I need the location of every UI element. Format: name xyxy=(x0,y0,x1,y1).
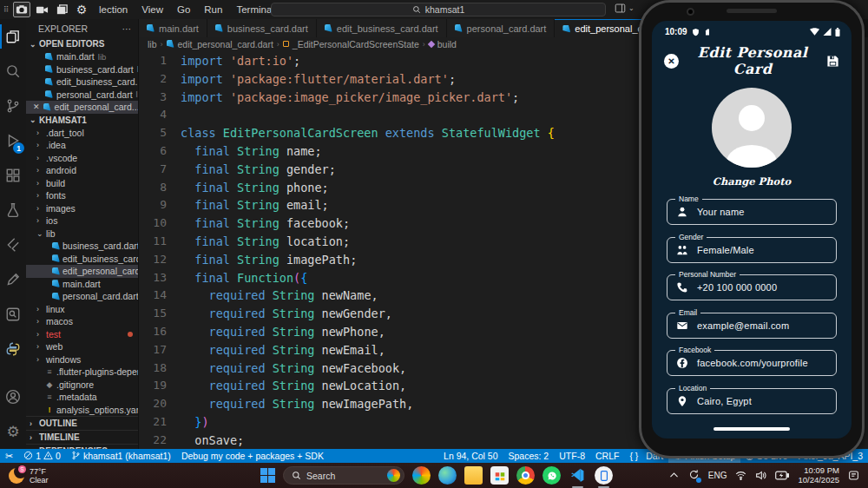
camera-icon[interactable] xyxy=(13,2,30,17)
gesture-bar[interactable] xyxy=(713,427,790,431)
flutter-icon[interactable] xyxy=(0,228,26,262)
breadcrumb-item[interactable]: build xyxy=(437,39,457,49)
run-debug-icon[interactable]: 1 xyxy=(0,123,26,158)
tray-chevron-icon[interactable] xyxy=(668,470,680,481)
tree-item-edit_business_card.dart[interactable]: edit_business_card.dart xyxy=(26,253,138,266)
field-facebook[interactable]: Facebookfacebook.com/yourprofile xyxy=(667,350,837,376)
window-icon[interactable] xyxy=(53,2,70,17)
tree-item-macos[interactable]: ›macos xyxy=(26,315,138,328)
field-gender[interactable]: GenderFemale/Male xyxy=(667,237,837,263)
menu-item-lection[interactable]: lection xyxy=(99,4,128,15)
explorer-icon[interactable] xyxy=(0,19,26,54)
task-indicator[interactable]: Debug my code + packages + SDK xyxy=(176,449,329,463)
python-icon[interactable] xyxy=(0,332,26,366)
tree-item-.gitignore[interactable]: ◆.gitignore xyxy=(26,379,138,392)
tree-item-analysis_options.yaml[interactable]: !analysis_options.yaml xyxy=(26,404,138,417)
tree-item-web[interactable]: ›web xyxy=(26,340,138,353)
tree-item-.vscode[interactable]: ›.vscode xyxy=(26,152,138,165)
gear-icon[interactable]: ⚙ xyxy=(73,2,90,17)
testing-icon[interactable] xyxy=(0,193,26,228)
tree-item-linux[interactable]: ›linux xyxy=(26,303,138,316)
open-editors-header[interactable]: ⌄OPEN EDITORS xyxy=(26,37,138,50)
vscode-icon[interactable] xyxy=(569,466,587,485)
phone-screen[interactable]: 10:09 ✕ Edit Personal Card Change Photo … xyxy=(652,21,852,439)
open-editor-edit_personal_card....[interactable]: ✕edit_personal_card.... xyxy=(26,101,138,114)
field-personal-number[interactable]: Personal Number+20 100 000 0000 xyxy=(667,274,837,300)
tree-item-images[interactable]: ›images xyxy=(26,202,138,215)
open-editor-main.dart[interactable]: main.dartlib xyxy=(26,50,138,63)
menu-item-run[interactable]: Run xyxy=(204,4,222,15)
tree-item-lib[interactable]: ⌄lib xyxy=(26,228,138,241)
more-actions-icon[interactable]: ··· xyxy=(122,23,132,34)
start-button[interactable] xyxy=(260,468,275,483)
volume-icon[interactable] xyxy=(755,470,766,481)
clock[interactable]: 10:09 PM 10/24/2025 xyxy=(798,466,839,485)
tree-item-.metadata[interactable]: ≡.metadata xyxy=(26,391,138,404)
source-control-icon[interactable] xyxy=(0,89,26,123)
tree-item-windows[interactable]: ›windows xyxy=(26,353,138,366)
project-header[interactable]: ⌄KHAMSAT1 xyxy=(26,114,138,127)
extensions-icon[interactable] xyxy=(0,158,26,193)
open-editor-business_card.dart[interactable]: business_card.dartlib xyxy=(26,63,138,76)
menu-item-view[interactable]: View xyxy=(141,4,163,15)
breadcrumb-item[interactable]: edit_personal_card.dart xyxy=(178,39,273,49)
field-email[interactable]: Emailexample@email.com xyxy=(667,313,837,339)
weather-widget[interactable]: S 77°F Clear xyxy=(0,467,49,485)
field-location[interactable]: LocationCairo, Egypt xyxy=(667,388,837,414)
tab-personal_card.dart[interactable]: personal_card.dart xyxy=(447,19,556,37)
field-name[interactable]: NameYour name xyxy=(667,199,837,225)
menu-item-terminal[interactable]: Terminal xyxy=(236,4,273,15)
video-icon[interactable] xyxy=(33,2,50,17)
tab-business_card.dart[interactable]: business_card.dart xyxy=(207,19,317,37)
tab-edit_business_card.dart[interactable]: edit_business_card.dart xyxy=(317,19,447,37)
section-timeline[interactable]: ›TIMELINE xyxy=(26,430,138,444)
tree-item-fonts[interactable]: ›fonts xyxy=(26,189,138,202)
onedrive-sync-icon[interactable] xyxy=(688,469,700,482)
edge-icon[interactable] xyxy=(438,466,457,485)
open-editor-edit_business_card....[interactable]: edit_business_card.... xyxy=(26,76,138,89)
emulator-icon[interactable] xyxy=(595,466,613,485)
indentation[interactable]: Spaces: 2 xyxy=(503,449,555,463)
open-editor-personal_card.dart[interactable]: personal_card.dartlib xyxy=(26,89,138,102)
tree-item-build[interactable]: ›build xyxy=(26,177,138,190)
branch-indicator[interactable]: khamsat1 (khamsat1) xyxy=(66,449,176,463)
battery-charging-icon[interactable] xyxy=(775,470,789,481)
store-icon[interactable] xyxy=(490,466,509,485)
settings-gear-icon[interactable]: ⚙ xyxy=(0,414,26,449)
avatar[interactable] xyxy=(712,88,792,168)
close-editor-icon[interactable]: ✕ xyxy=(33,102,40,111)
pen-tool-icon[interactable] xyxy=(0,262,26,297)
layout-icon[interactable] xyxy=(615,3,626,14)
search-sidebar-icon[interactable] xyxy=(0,54,26,89)
chrome-icon[interactable] xyxy=(516,466,535,485)
tree-item-ios[interactable]: ›ios xyxy=(26,214,138,228)
breadcrumb-item[interactable]: lib xyxy=(148,39,157,49)
tree-item-main.dart[interactable]: main.dart xyxy=(26,278,138,291)
close-icon[interactable]: ✕ xyxy=(664,54,679,69)
remote-icon[interactable]: ✂ xyxy=(0,449,18,463)
save-icon[interactable] xyxy=(826,55,839,68)
change-photo-button[interactable]: Change Photo xyxy=(652,175,852,188)
language-indicator[interactable]: ENG xyxy=(708,471,727,480)
tree-item-android[interactable]: ›android xyxy=(26,164,138,177)
chevron-down-icon[interactable]: ⌄ xyxy=(628,4,635,12)
tree-item-.dart_tool[interactable]: ›.dart_tool xyxy=(26,127,138,140)
encoding[interactable]: UTF-8 xyxy=(554,449,590,463)
breadcrumb-item[interactable]: _EditPersonalCardScreenState xyxy=(293,39,419,49)
tree-item-.flutter-plugins-depende...[interactable]: ≡.flutter-plugins-depende... xyxy=(26,366,138,379)
copilot-app-icon[interactable] xyxy=(412,466,431,485)
taskbar-search[interactable]: Search xyxy=(283,466,404,485)
command-search[interactable]: khamsat1 xyxy=(271,3,606,16)
problems-indicator[interactable]: 1 0 xyxy=(18,449,66,463)
tree-item-.idea[interactable]: ›.idea xyxy=(26,139,138,152)
drag-handle-icon[interactable]: ⠿ xyxy=(3,5,10,14)
tree-item-personal_card.dart[interactable]: personal_card.dart xyxy=(26,290,138,303)
action-center-icon[interactable] xyxy=(848,470,859,481)
eol[interactable]: CRLF xyxy=(590,449,624,463)
cursor-position[interactable]: Ln 94, Col 50 xyxy=(438,449,503,463)
tab-main.dart[interactable]: main.dart xyxy=(139,19,207,37)
tree-item-business_card.dart[interactable]: business_card.dart xyxy=(26,240,138,253)
tree-item-test[interactable]: ›test xyxy=(26,328,138,341)
file-explorer-icon[interactable] xyxy=(464,466,483,485)
menu-item-go[interactable]: Go xyxy=(177,4,190,15)
